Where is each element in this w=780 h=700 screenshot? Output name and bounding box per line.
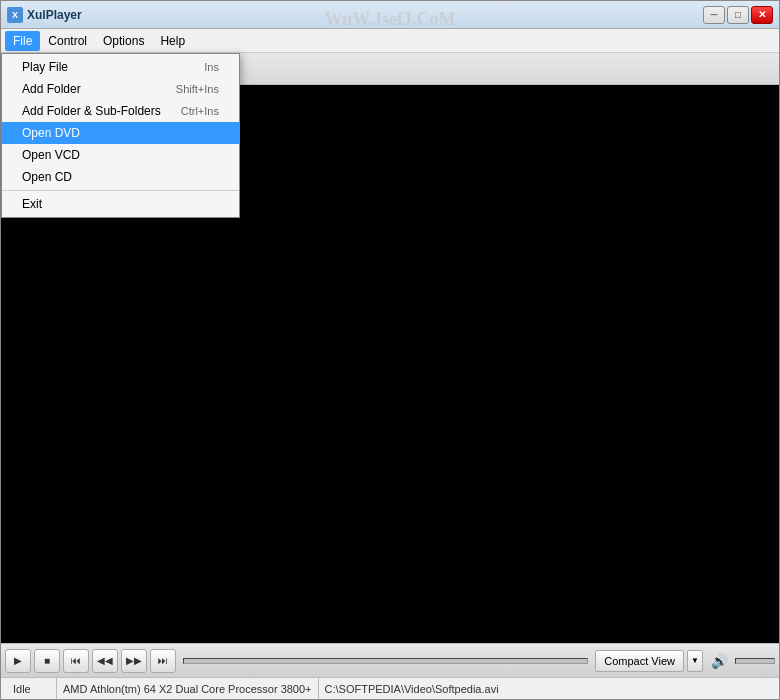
menu-help[interactable]: Help	[152, 31, 193, 51]
title-bar-text: XulPlayer	[27, 8, 82, 22]
menu-add-folder-sub[interactable]: Add Folder & Sub-Folders Ctrl+Ins	[2, 100, 239, 122]
next-button[interactable]: ⏭	[150, 649, 176, 673]
main-window: X XulPlayer WuW.JsefJ.CoM ─ □ ✕ File Con…	[0, 0, 780, 700]
title-bar-controls: ─ □ ✕	[703, 6, 773, 24]
menu-control[interactable]: Control	[40, 31, 95, 51]
stop-button[interactable]: ■	[34, 649, 60, 673]
status-filepath: C:\SOFTPEDIA\Video\Softpedia.avi	[319, 678, 773, 699]
menu-open-cd[interactable]: Open CD	[2, 166, 239, 188]
status-processor: AMD Athlon(tm) 64 X2 Dual Core Processor…	[57, 678, 319, 699]
status-state: Idle	[7, 678, 57, 699]
forward-button[interactable]: ▶▶	[121, 649, 147, 673]
menu-add-folder[interactable]: Add Folder Shift+Ins	[2, 78, 239, 100]
menu-file[interactable]: File	[5, 31, 40, 51]
menu-open-vcd[interactable]: Open VCD	[2, 144, 239, 166]
menu-open-dvd[interactable]: Open DVD	[2, 122, 239, 144]
close-button[interactable]: ✕	[751, 6, 773, 24]
minimize-button[interactable]: ─	[703, 6, 725, 24]
dropdown-menu: Play File Ins Add Folder Shift+Ins Add F…	[1, 53, 240, 218]
compact-view-dropdown[interactable]: ▼	[687, 650, 703, 672]
prev-button[interactable]: ⏮	[63, 649, 89, 673]
bottom-controls: ▶ ■ ⏮ ◀◀ ▶▶ ⏭ Compact View ▼ 🔊	[1, 643, 779, 677]
title-bar: X XulPlayer WuW.JsefJ.CoM ─ □ ✕	[1, 1, 779, 29]
maximize-button[interactable]: □	[727, 6, 749, 24]
volume-slider[interactable]	[735, 658, 775, 664]
menu-bar: File Control Options Help Play File Ins …	[1, 29, 779, 53]
rewind-button[interactable]: ◀◀	[92, 649, 118, 673]
volume-icon[interactable]: 🔊	[706, 649, 732, 673]
progress-bar[interactable]	[183, 658, 588, 664]
file-dropdown: Play File Ins Add Folder Shift+Ins Add F…	[1, 53, 240, 218]
status-bar: Idle AMD Athlon(tm) 64 X2 Dual Core Proc…	[1, 677, 779, 699]
menu-options[interactable]: Options	[95, 31, 152, 51]
menu-exit[interactable]: Exit	[2, 193, 239, 215]
play-button[interactable]: ▶	[5, 649, 31, 673]
menu-play-file[interactable]: Play File Ins	[2, 56, 239, 78]
watermark: WuW.JsefJ.CoM	[324, 9, 455, 30]
menu-separator	[2, 190, 239, 191]
compact-view-button[interactable]: Compact View	[595, 650, 684, 672]
app-icon: X	[7, 7, 23, 23]
title-bar-left: X XulPlayer	[7, 7, 82, 23]
